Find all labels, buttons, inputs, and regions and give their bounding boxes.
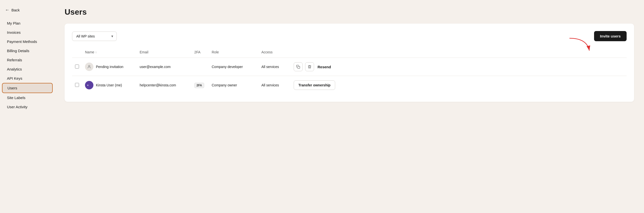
svg-point-1 [88,65,90,67]
sidebar-item-user-activity[interactable]: User Activity [2,102,53,111]
row-2-checkbox[interactable] [75,83,79,87]
row-2-2fa-badge: 2FA [194,83,204,88]
sidebar-item-analytics[interactable]: Analytics [2,64,53,74]
back-arrow-icon: ← [5,7,10,13]
table-body: Pending invitation user@example.com Comp… [72,58,626,95]
row-1-avatar [85,63,94,71]
sidebar-item-api-keys[interactable]: API Keys [2,74,53,83]
row-1-2fa [191,58,209,76]
row-2-avatar: K [85,81,94,89]
sidebar: ← Back My Plan Invoices Payment Methods … [0,0,55,213]
row-1-checkbox[interactable] [75,64,79,68]
row-1-checkbox-cell [72,58,82,76]
svg-rect-2 [298,66,300,68]
sidebar-item-payment-methods[interactable]: Payment Methods [2,37,53,46]
table-header: Name ↑ Email 2FA Role Access [72,48,626,58]
col-header-2fa: 2FA [191,48,209,58]
col-header-email: Email [137,48,191,58]
row-1-name-cell: Pending invitation [82,58,137,76]
col-header-checkbox [72,48,82,58]
page-title: Users [64,7,634,17]
sort-icon[interactable]: ↑ [95,51,97,54]
back-label: Back [12,8,20,12]
table-row: Pending invitation user@example.com Comp… [72,58,626,76]
row-2-actions: Transfer ownership [291,76,626,95]
users-table: Name ↑ Email 2FA Role Access [72,48,626,94]
row-1-access: All services [258,58,291,76]
col-header-name: Name ↑ [82,48,137,58]
toolbar: All WP sites Site 1 Site 2 ▾ Invite user… [72,31,626,41]
row-1-copy-icon-button[interactable] [294,62,302,71]
table-row: K Kinsta User (me) helpcenter@kinsta.com… [72,76,626,95]
row-1-resend-button[interactable]: Resend [316,63,332,71]
row-2-email: helpcenter@kinsta.com [137,76,191,95]
sidebar-item-referrals[interactable]: Referrals [2,55,53,64]
transfer-ownership-button[interactable]: Transfer ownership [294,80,335,90]
row-2-role: Company owner [209,76,258,95]
row-1-email: user@example.com [137,58,191,76]
row-2-checkbox-cell [72,76,82,95]
main-content: Users All WP sites Site 1 Site 2 ▾ Invit… [55,0,644,213]
row-2-access: All services [258,76,291,95]
sidebar-item-billing-details[interactable]: Billing Details [2,46,53,55]
sidebar-item-my-plan[interactable]: My Plan [2,19,53,28]
row-2-2fa: 2FA [191,76,209,95]
row-1-actions: Resend [291,58,626,76]
sidebar-item-site-labels[interactable]: Site Labels [2,93,53,102]
row-1-delete-icon-button[interactable] [305,62,314,71]
col-header-actions [291,48,626,58]
row-2-name-cell: K Kinsta User (me) [82,76,137,95]
content-card: All WP sites Site 1 Site 2 ▾ Invite user… [64,23,634,102]
row-2-name: Kinsta User (me) [96,83,122,87]
row-1-role: Company developer [209,58,258,76]
row-1-name: Pending invitation [96,65,124,69]
invite-users-button[interactable]: Invite users [594,31,626,41]
sidebar-item-invoices[interactable]: Invoices [2,28,53,37]
sidebar-item-users[interactable]: Users [2,83,53,93]
col-header-access: Access [258,48,291,58]
back-button[interactable]: ← Back [0,5,55,19]
svg-text:K: K [87,84,89,86]
table-container: Name ↑ Email 2FA Role Access [72,48,626,94]
site-filter-wrapper: All WP sites Site 1 Site 2 ▾ [72,31,117,41]
col-header-role: Role [209,48,258,58]
site-filter-select[interactable]: All WP sites Site 1 Site 2 [72,31,117,41]
